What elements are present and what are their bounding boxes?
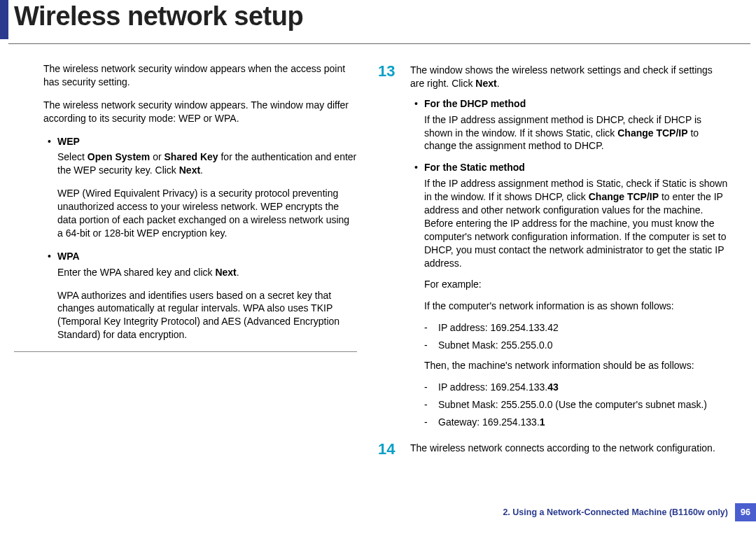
- text: Gateway: 169.254.133.: [438, 416, 540, 428]
- bold-text: 1: [540, 416, 545, 428]
- static-body: If the IP address assignment method is S…: [410, 177, 728, 269]
- wep-label: WEP: [57, 136, 80, 147]
- example-ip: IP address: 169.254.133.42: [410, 321, 728, 335]
- dhcp-heading: For the DHCP method: [410, 97, 728, 111]
- text: .: [200, 164, 203, 176]
- left-intro-2: The wireless network security window app…: [14, 99, 357, 125]
- dhcp-label: For the DHCP method: [424, 98, 526, 109]
- step13-p1: The window shows the wireless network se…: [410, 64, 728, 90]
- machine-ip: IP address: 169.254.133.43: [410, 381, 728, 394]
- wep-line2: WEP (Wired Equivalent Privacy) is a secu…: [14, 187, 357, 240]
- step-14-body: The wireless network connects according …: [410, 440, 728, 462]
- page-number-badge: 96: [735, 503, 756, 521]
- bold-text: Next: [179, 164, 200, 176]
- text: Select: [57, 151, 88, 162]
- text: IP address: 169.254.133.: [438, 381, 547, 393]
- example-label: For example:: [410, 278, 728, 291]
- wep-heading: WEP: [14, 135, 357, 148]
- static-heading: For the Static method: [410, 161, 728, 174]
- step-14: 14 The wireless network connects accordi…: [378, 440, 728, 462]
- step-13-body: The window shows the wireless network se…: [410, 62, 728, 433]
- text: or: [150, 151, 164, 162]
- text: to enter the IP address and other networ…: [424, 191, 726, 268]
- page-title: Wireless network setup: [14, 0, 303, 39]
- bold-text: Open System: [88, 151, 150, 162]
- wep-line1: Select Open System or Shared Key for the…: [14, 150, 357, 177]
- example-subnet: Subnet Mask: 255.255.0.0: [410, 339, 728, 352]
- wpa-label: WPA: [57, 251, 80, 262]
- footer-text: 2. Using a Network-Connected Machine (B1…: [503, 507, 735, 517]
- step14-text: The wireless network connects according …: [410, 442, 728, 455]
- right-column: 13 The window shows the wireless network…: [378, 62, 728, 468]
- static-label: For the Static method: [424, 162, 525, 173]
- left-column: The wireless network security window app…: [14, 62, 357, 468]
- content-columns: The wireless network security window app…: [0, 44, 756, 468]
- text: The window shows the wireless network se…: [410, 64, 713, 89]
- text: Enter the WPA shared key and click: [57, 267, 215, 278]
- text: .: [497, 78, 500, 89]
- wpa-line1: Enter the WPA shared key and click Next.: [14, 266, 357, 279]
- dhcp-body: If the IP address assignment method is D…: [410, 113, 728, 153]
- left-column-rule: [14, 351, 357, 352]
- wpa-heading: WPA: [14, 250, 357, 263]
- page-footer: 2. Using a Network-Connected Machine (B1…: [503, 503, 756, 521]
- bold-text: Shared Key: [164, 151, 218, 162]
- left-intro-1: The wireless network security window app…: [14, 62, 357, 89]
- title-accent-bar: [0, 0, 8, 39]
- page-header: Wireless network setup: [0, 0, 756, 39]
- step-number-13: 13: [378, 62, 400, 433]
- text: .: [237, 267, 239, 278]
- bold-text: Next: [215, 267, 236, 278]
- step-number-14: 14: [378, 440, 400, 462]
- bold-text: Change TCP/IP: [589, 191, 659, 202]
- wpa-line2: WPA authorizes and identifies users base…: [14, 289, 357, 342]
- bold-text: Next: [475, 78, 496, 89]
- machine-gateway: Gateway: 169.254.133.1: [410, 416, 728, 429]
- bold-text: Change TCP/IP: [617, 127, 687, 139]
- example-intro: If the computer's network information is…: [410, 300, 728, 313]
- machine-subnet: Subnet Mask: 255.255.0.0 (Use the comput…: [410, 398, 728, 412]
- bold-text: 43: [547, 381, 559, 393]
- then-label: Then, the machine's network information …: [410, 359, 728, 372]
- step-13: 13 The window shows the wireless network…: [378, 62, 728, 433]
